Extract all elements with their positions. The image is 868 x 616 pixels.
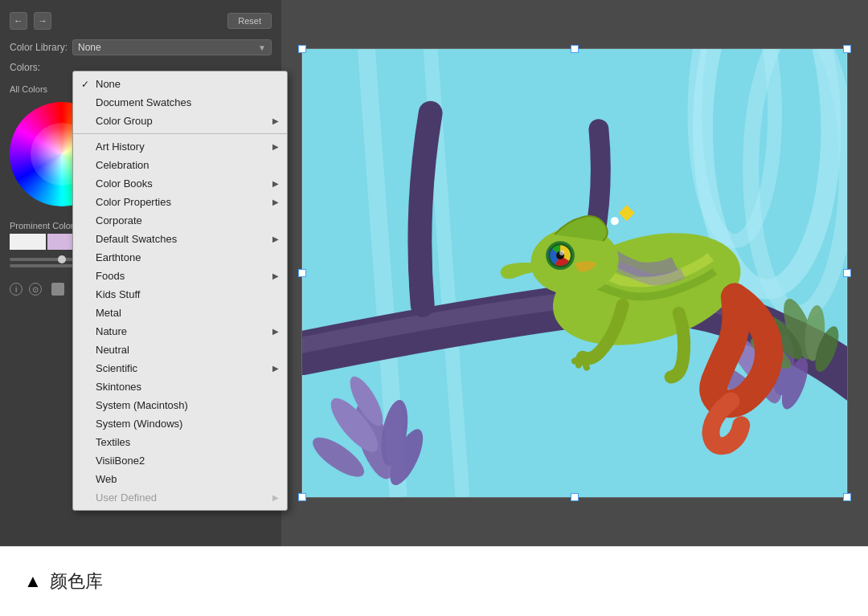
selection-handle-br[interactable] (843, 493, 851, 501)
reset-button[interactable]: Reset (227, 13, 272, 29)
color-library-row: Color Library: None ▼ (0, 36, 281, 59)
menu-item-default-swatches[interactable]: Default Swatches (73, 230, 287, 248)
selection-handle-mr[interactable] (843, 269, 851, 277)
toolbar-row: ← → Reset (0, 8, 281, 36)
forward-button[interactable]: → (34, 12, 51, 30)
color-library-dropdown[interactable]: None ▼ (72, 39, 272, 55)
forward-icon: → (38, 15, 47, 27)
menu-item-color-group[interactable]: Color Group (73, 112, 287, 130)
menu-item-scientific[interactable]: Scientific (73, 359, 287, 377)
info-icon[interactable]: i (10, 283, 23, 296)
left-panel: ← → Reset Color Library: None ▼ Colors: (0, 0, 281, 546)
bottom-caption: ▲ 颜色库 (0, 546, 868, 616)
swatch-1[interactable] (10, 234, 46, 250)
menu-item-none[interactable]: None (73, 75, 287, 93)
menu-item-nature[interactable]: Nature (73, 322, 287, 341)
slider-thumb-1[interactable] (58, 255, 66, 263)
canvas-area (281, 0, 868, 546)
menu-item-corporate[interactable]: Corporate (73, 211, 287, 230)
swatches-icon[interactable] (51, 283, 64, 296)
top-area: ← → Reset Color Library: None ▼ Colors: (0, 0, 868, 546)
menu-item-system-macintosh[interactable]: System (Macintosh) (73, 396, 287, 414)
selection-handle-tl[interactable] (298, 45, 306, 53)
menu-item-system-windows[interactable]: System (Windows) (73, 414, 287, 433)
menu-separator-2 (73, 133, 287, 134)
menu-item-color-books[interactable]: Color Books (73, 174, 287, 193)
caption-triangle: ▲ (24, 571, 42, 592)
caption-text: 颜色库 (50, 569, 103, 594)
menu-item-kids-stuff[interactable]: Kids Stuff (73, 285, 287, 304)
selection-handle-ml[interactable] (298, 269, 306, 277)
selection-handle-tr[interactable] (843, 45, 851, 53)
menu-item-metal[interactable]: Metal (73, 304, 287, 322)
menu-item-color-properties[interactable]: Color Properties (73, 193, 287, 211)
canvas-content (301, 48, 848, 498)
menu-item-art-history[interactable]: Art History (73, 137, 287, 156)
menu-item-user-defined: User Defined (73, 488, 287, 507)
selection-handle-tc[interactable] (571, 45, 579, 53)
menu-item-skintones[interactable]: Skintones (73, 377, 287, 396)
menu-item-document-swatches[interactable]: Document Swatches (73, 93, 287, 112)
svg-point-27 (559, 251, 564, 255)
color-library-value: None (78, 42, 101, 53)
app-container: ← → Reset Color Library: None ▼ Colors: (0, 0, 868, 616)
chameleon-illustration (302, 49, 847, 497)
menu-item-celebration[interactable]: Celebration (73, 156, 287, 174)
menu-item-visiibone2[interactable]: VisiiBone2 (73, 451, 287, 470)
back-button[interactable]: ← (10, 12, 27, 30)
back-icon: ← (14, 15, 23, 27)
layer-icon[interactable]: ⊙ (29, 283, 42, 296)
selection-handle-bl[interactable] (298, 493, 306, 501)
dropdown-menu: NoneDocument SwatchesColor GroupArt Hist… (72, 71, 288, 511)
menu-item-textiles[interactable]: Textiles (73, 433, 287, 451)
colors-label: Colors: (10, 62, 40, 73)
color-library-label: Color Library: (10, 42, 68, 53)
menu-item-earthtone[interactable]: Earthtone (73, 248, 287, 267)
svg-point-29 (611, 217, 619, 225)
selection-handle-bc[interactable] (571, 493, 579, 501)
menu-item-foods[interactable]: Foods (73, 267, 287, 285)
menu-item-web[interactable]: Web (73, 470, 287, 488)
dropdown-arrow-icon: ▼ (258, 43, 266, 52)
menu-item-neutral[interactable]: Neutral (73, 341, 287, 359)
